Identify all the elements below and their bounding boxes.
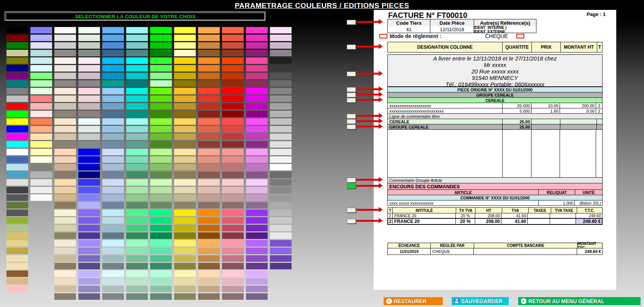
color-cell[interactable] — [270, 263, 292, 269]
color-cell[interactable] — [198, 179, 220, 186]
color-cell[interactable] — [174, 134, 196, 140]
color-cell[interactable] — [6, 27, 28, 33]
color-cell[interactable] — [246, 42, 268, 49]
color-cell[interactable] — [174, 27, 196, 33]
color-cell[interactable] — [270, 57, 292, 64]
color-cell[interactable] — [198, 149, 220, 155]
color-cell[interactable] — [198, 263, 220, 269]
color-cell[interactable] — [198, 293, 220, 300]
color-cell[interactable] — [78, 27, 100, 33]
color-cell[interactable] — [198, 217, 220, 224]
color-cell[interactable] — [222, 217, 244, 224]
color-swatch-button[interactable] — [347, 20, 356, 25]
color-cell[interactable] — [222, 164, 244, 170]
color-cell[interactable] — [102, 134, 124, 140]
color-cell[interactable] — [54, 118, 76, 125]
color-cell[interactable] — [54, 194, 76, 201]
color-cell[interactable] — [6, 73, 28, 79]
color-cell[interactable] — [270, 194, 292, 201]
color-cell[interactable] — [246, 263, 268, 269]
color-cell[interactable] — [270, 217, 292, 224]
color-cell[interactable] — [6, 240, 28, 247]
color-cell[interactable] — [54, 95, 76, 102]
color-cell[interactable] — [78, 156, 100, 163]
color-cell[interactable] — [6, 141, 28, 148]
color-cell[interactable] — [198, 278, 220, 285]
color-cell[interactable] — [6, 80, 28, 87]
color-cell[interactable] — [246, 95, 268, 102]
color-cell[interactable] — [78, 187, 100, 193]
color-cell[interactable] — [222, 240, 244, 247]
color-cell[interactable] — [6, 164, 28, 170]
color-cell[interactable] — [270, 149, 292, 155]
color-cell[interactable] — [78, 80, 100, 87]
color-cell[interactable] — [78, 286, 100, 292]
color-cell[interactable] — [246, 141, 268, 148]
color-cell[interactable] — [6, 65, 28, 72]
color-cell[interactable] — [270, 126, 292, 132]
color-cell[interactable] — [54, 80, 76, 87]
color-swatch-button[interactable] — [347, 45, 356, 49]
color-cell[interactable] — [174, 194, 196, 201]
color-cell[interactable] — [6, 57, 28, 64]
color-cell[interactable] — [30, 149, 52, 155]
color-cell[interactable] — [102, 156, 124, 163]
color-cell[interactable] — [78, 194, 100, 201]
color-cell[interactable] — [246, 225, 268, 231]
color-cell[interactable] — [222, 103, 244, 110]
color-cell[interactable] — [174, 293, 196, 300]
color-cell[interactable] — [126, 172, 148, 178]
color-cell[interactable] — [198, 57, 220, 64]
color-cell[interactable] — [102, 255, 124, 262]
color-cell[interactable] — [270, 179, 292, 186]
color-cell[interactable] — [150, 293, 172, 300]
color-cell[interactable] — [78, 111, 100, 117]
color-cell[interactable] — [54, 187, 76, 193]
color-cell[interactable] — [246, 210, 268, 216]
color-cell[interactable] — [102, 95, 124, 102]
color-cell[interactable] — [78, 88, 100, 94]
color-cell[interactable] — [54, 57, 76, 64]
color-swatch-button[interactable] — [347, 87, 356, 92]
color-cell[interactable] — [222, 141, 244, 148]
color-cell[interactable] — [174, 210, 196, 216]
color-cell[interactable] — [54, 225, 76, 231]
color-cell[interactable] — [174, 42, 196, 49]
color-cell[interactable] — [6, 35, 28, 41]
color-cell[interactable] — [6, 88, 28, 94]
color-cell[interactable] — [54, 248, 76, 254]
color-cell[interactable] — [54, 240, 76, 247]
color-cell[interactable] — [6, 149, 28, 155]
color-cell[interactable] — [54, 202, 76, 208]
color-cell[interactable] — [174, 35, 196, 41]
color-cell[interactable] — [246, 103, 268, 110]
color-cell[interactable] — [126, 217, 148, 224]
color-cell[interactable] — [150, 149, 172, 155]
color-cell[interactable] — [198, 286, 220, 292]
color-cell[interactable] — [174, 156, 196, 163]
color-cell[interactable] — [270, 65, 292, 72]
color-cell[interactable] — [78, 225, 100, 231]
color-cell[interactable] — [222, 88, 244, 94]
color-cell[interactable] — [54, 232, 76, 239]
color-cell[interactable] — [174, 88, 196, 94]
color-cell[interactable] — [126, 35, 148, 41]
color-cell[interactable] — [150, 134, 172, 140]
color-cell[interactable] — [102, 42, 124, 49]
color-cell[interactable] — [30, 194, 52, 201]
color-cell[interactable] — [126, 42, 148, 49]
color-cell[interactable] — [150, 126, 172, 132]
color-cell[interactable] — [6, 95, 28, 102]
color-cell[interactable] — [54, 111, 76, 117]
color-cell[interactable] — [246, 187, 268, 193]
color-cell[interactable] — [126, 240, 148, 247]
color-cell[interactable] — [6, 217, 28, 224]
color-cell[interactable] — [126, 164, 148, 170]
color-cell[interactable] — [222, 50, 244, 56]
color-cell[interactable] — [222, 35, 244, 41]
color-cell[interactable] — [150, 232, 172, 239]
color-cell[interactable] — [246, 270, 268, 277]
color-cell[interactable] — [222, 248, 244, 254]
color-cell[interactable] — [198, 111, 220, 117]
color-cell[interactable] — [78, 73, 100, 79]
